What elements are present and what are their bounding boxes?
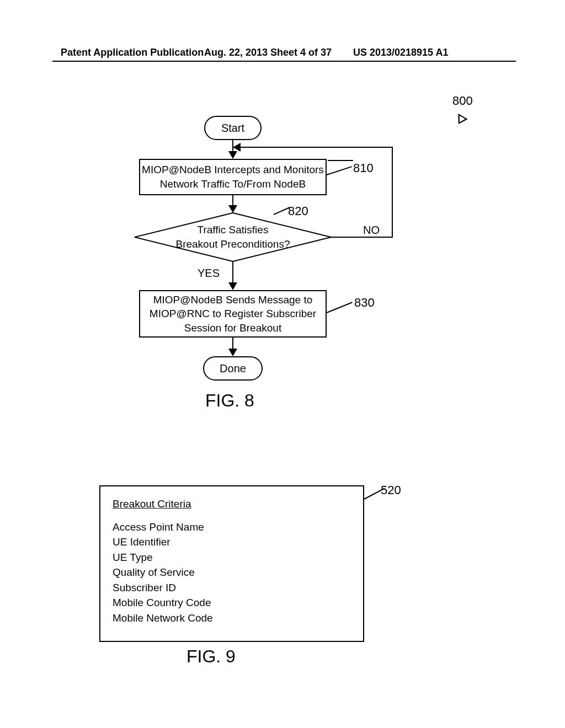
ref-830: 830 [354, 296, 375, 310]
arrow-down-icon [228, 349, 237, 356]
arrow-left-icon [233, 143, 241, 152]
connector-line [331, 237, 393, 238]
header-divider [52, 61, 516, 62]
ref-810: 810 [353, 161, 374, 175]
process-810-text: MIOP@NodeB Intercepts and Monitors Netwo… [142, 163, 324, 191]
header-publication: Patent Application Publication [61, 47, 204, 58]
criteria-item: Mobile Network Code [113, 611, 351, 626]
process-830: MIOP@NodeB Sends Message to MIOP@RNC to … [139, 290, 327, 338]
breakout-criteria-box: Breakout Criteria Access Point Name UE I… [99, 485, 364, 642]
connector-line [392, 147, 393, 238]
ref-800: 800 [452, 94, 473, 108]
criteria-item: Access Point Name [113, 520, 351, 535]
process-810: MIOP@NodeB Intercepts and Monitors Netwo… [139, 159, 327, 195]
arrow-down-icon [228, 282, 237, 290]
leader-line [327, 302, 353, 313]
criteria-item: UE Type [113, 550, 351, 565]
start-label: Start [221, 122, 244, 135]
arrow-down-icon [228, 151, 237, 159]
ref-820: 820 [288, 204, 308, 218]
process-830-text: MIOP@NodeB Sends Message to MIOP@RNC to … [150, 293, 316, 335]
decision-820-text: Traffic Satisfies Breakout Preconditions… [175, 224, 290, 250]
connector-line [233, 147, 393, 148]
patent-page: Patent Application Publication Aug. 22, … [0, 0, 565, 728]
done-terminator: Done [203, 356, 263, 381]
ref-520: 520 [381, 483, 401, 497]
connector-line [232, 261, 233, 285]
ref-800-arrow-icon [454, 114, 467, 127]
fig9-caption: FIG. 9 [186, 646, 236, 667]
header-date-sheet: Aug. 22, 2013 Sheet 4 of 37 [204, 47, 332, 58]
criteria-item: Quality of Service [113, 565, 351, 580]
no-label: NO [363, 224, 380, 237]
criteria-title: Breakout Criteria [113, 496, 351, 512]
criteria-item: UE Identifier [113, 534, 351, 550]
decision-820: Traffic Satisfies Breakout Preconditions… [132, 223, 333, 251]
figure-8: 800 Start MIOP@NodeB Intercepts and Moni… [143, 94, 452, 408]
yes-label: YES [198, 267, 220, 280]
header-pub-number: US 2013/0218915 A1 [353, 47, 448, 58]
start-terminator: Start [204, 116, 262, 140]
criteria-item: Subscriber ID [113, 580, 351, 596]
done-label: Done [220, 362, 246, 375]
fig8-caption: FIG. 8 [205, 390, 254, 411]
criteria-item: Mobile Country Code [113, 595, 351, 611]
